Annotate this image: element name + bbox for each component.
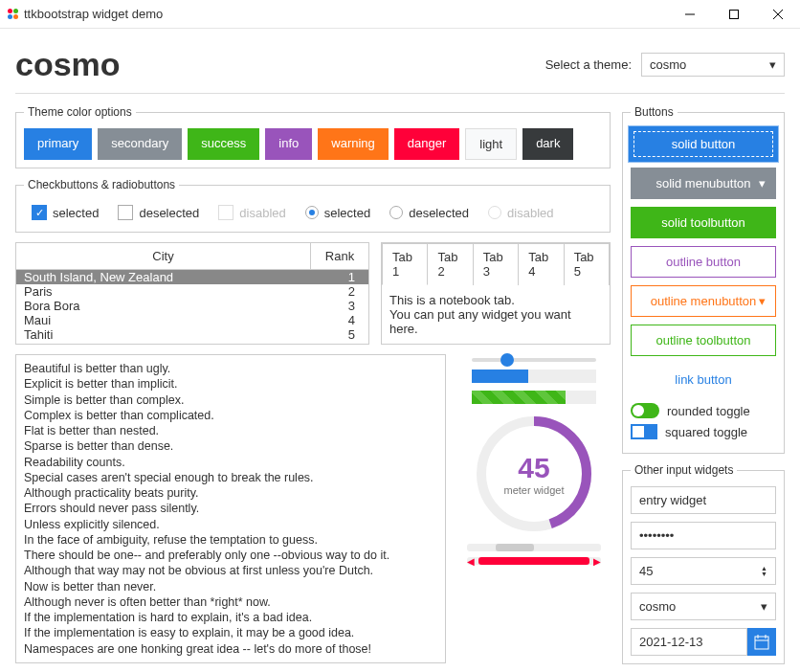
checkbuttons-group: Checkbuttons & radiobuttons ✓selected de… (15, 178, 611, 233)
color-success-button[interactable]: success (188, 128, 259, 160)
tab-5[interactable]: Tab 5 (565, 243, 610, 285)
tab-1[interactable]: Tab 1 (382, 243, 428, 285)
svg-rect-1 (730, 10, 739, 18)
minimize-button[interactable] (668, 0, 712, 29)
table-row[interactable]: Paris2 (16, 284, 368, 299)
meter-widget: 45meter widget (472, 412, 596, 536)
table-row[interactable]: South Island, New Zealand1 (16, 270, 368, 284)
table-row[interactable]: Tahiti5 (16, 327, 368, 342)
tab-2[interactable]: Tab 2 (428, 243, 473, 285)
calendar-icon[interactable] (747, 628, 776, 656)
col-rank[interactable]: Rank (311, 243, 368, 269)
notebook: Tab 1Tab 2Tab 3Tab 4Tab 5 This is a note… (381, 242, 611, 345)
color-secondary-button[interactable]: secondary (98, 128, 182, 160)
tab-4[interactable]: Tab 4 (519, 243, 564, 285)
theme-color-group: Theme color options primarysecondarysucc… (15, 105, 611, 168)
progressbar-primary (472, 370, 596, 383)
progressbar-striped (472, 391, 596, 404)
close-button[interactable] (756, 0, 800, 29)
scrollbar-red[interactable]: ◀▶ (467, 557, 601, 565)
arrow-right-icon[interactable]: ▶ (593, 556, 601, 567)
app-icon (8, 9, 18, 19)
text-widget[interactable]: Beautiful is better than ugly.Explicit i… (15, 354, 446, 663)
tab-3[interactable]: Tab 3 (474, 243, 519, 285)
date-input[interactable]: 2021-12-13 (631, 628, 776, 656)
color-dark-button[interactable]: dark (522, 128, 573, 160)
link-button[interactable]: link button (631, 364, 776, 395)
checkbox-deselected[interactable]: deselected (118, 205, 199, 220)
radio-disabled: disabled (488, 206, 553, 220)
color-primary-button[interactable]: primary (24, 128, 92, 160)
solid-button[interactable]: solid button (631, 128, 776, 160)
caret-down-icon: ▾ (759, 176, 766, 190)
radio-deselected[interactable]: deselected (389, 206, 469, 220)
color-light-button[interactable]: light (465, 128, 517, 160)
squared-toggle[interactable] (631, 424, 657, 439)
color-info-button[interactable]: info (265, 128, 312, 160)
scale-slider[interactable] (472, 358, 596, 362)
treeview-table[interactable]: City Rank South Island, New Zealand1Pari… (15, 242, 369, 345)
checkbox-selected[interactable]: ✓selected (32, 205, 99, 220)
outline-toolbutton[interactable]: outline toolbutton (631, 325, 776, 356)
scrollbar-grey[interactable] (467, 544, 601, 551)
chevron-down-icon: ▾ (761, 599, 767, 614)
rounded-toggle[interactable] (631, 403, 659, 418)
spin-arrows-icon[interactable]: ▲▼ (761, 566, 767, 577)
page-title: cosmo (15, 46, 121, 83)
combobox-input[interactable]: cosmo▾ (631, 593, 776, 620)
color-warning-button[interactable]: warning (318, 128, 389, 160)
checkbox-disabled: disabled (218, 205, 285, 220)
theme-select-label: Select a theme: (545, 57, 632, 72)
radio-selected[interactable]: selected (305, 206, 370, 220)
outline-menubutton[interactable]: outline menubutton▾ (631, 285, 776, 317)
table-row[interactable]: Maui4 (16, 313, 368, 327)
entry-input[interactable]: entry widget (631, 486, 776, 514)
window-title: ttkbootstrap widget demo (24, 7, 163, 21)
solid-menubutton[interactable]: solid menubutton▾ (631, 168, 776, 199)
solid-toolbutton[interactable]: solid toolbutton (631, 207, 776, 238)
caret-down-icon: ▾ (759, 294, 766, 308)
arrow-left-icon[interactable]: ◀ (467, 556, 475, 567)
window-titlebar: ttkbootstrap widget demo (0, 0, 800, 29)
buttons-group: Buttons solid button solid menubutton▾ s… (622, 105, 785, 454)
color-danger-button[interactable]: danger (394, 128, 459, 160)
maximize-button[interactable] (712, 0, 756, 29)
table-row[interactable]: Bora Bora3 (16, 299, 368, 313)
outline-button[interactable]: outline button (631, 246, 776, 278)
spinbox-input[interactable]: 45▲▼ (631, 557, 776, 585)
tab-content: This is a notebook tab. You can put any … (382, 284, 610, 344)
input-widgets-group: Other input widgets entry widget •••••••… (622, 463, 785, 664)
svg-rect-6 (755, 637, 768, 649)
col-city[interactable]: City (16, 243, 311, 269)
theme-select[interactable]: cosmo ▾ (641, 53, 785, 77)
password-input[interactable]: •••••••• (631, 522, 776, 549)
chevron-down-icon: ▾ (769, 57, 776, 72)
